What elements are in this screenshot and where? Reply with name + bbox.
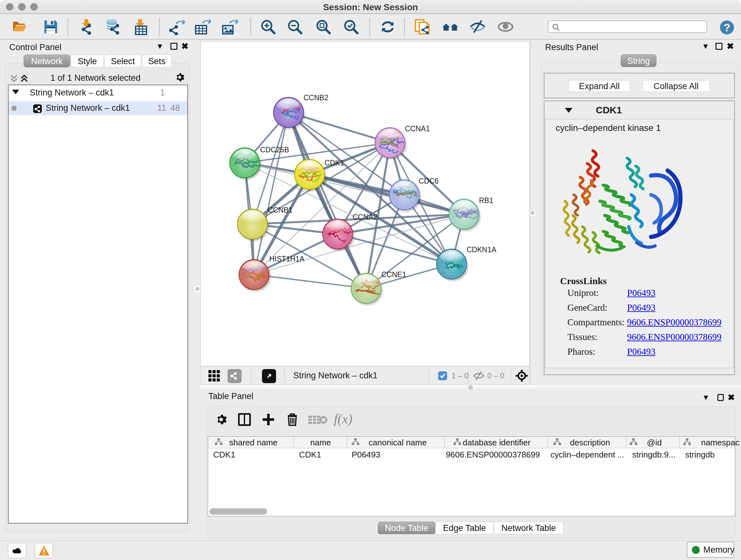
svg-text:CCNB2: CCNB2 [304, 94, 328, 102]
svg-text:HIST1H1A: HIST1H1A [269, 255, 305, 263]
svg-text:RB1: RB1 [479, 196, 493, 205]
svg-text:CDC6: CDC6 [419, 177, 439, 185]
svg-text:CDC25B: CDC25B [260, 145, 289, 154]
svg-text:CCNA1: CCNA1 [405, 125, 430, 133]
svg-text:CDKN1A: CDKN1A [467, 246, 496, 254]
svg-text:CCNB1: CCNB1 [268, 206, 293, 214]
svg-text:CDK1: CDK1 [325, 159, 344, 167]
svg-text:CCNE1: CCNE1 [381, 270, 406, 279]
svg-text:CCNA2: CCNA2 [353, 213, 378, 221]
